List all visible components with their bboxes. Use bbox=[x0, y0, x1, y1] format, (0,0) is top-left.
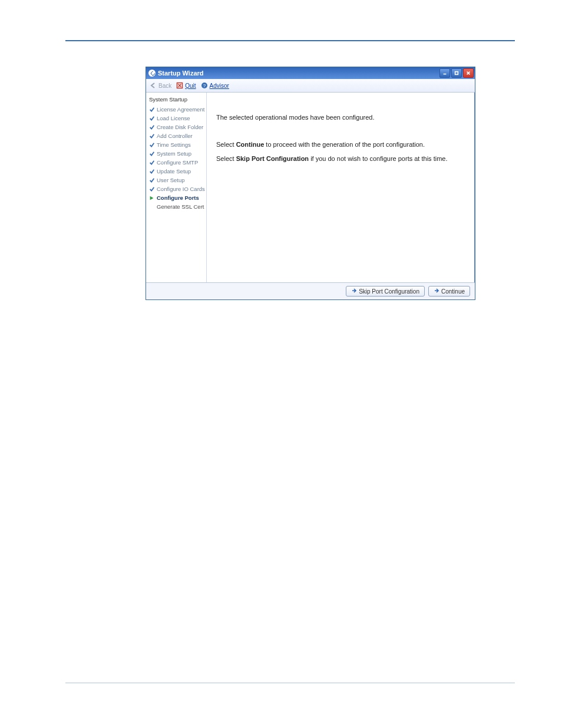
svg-rect-1 bbox=[455, 72, 458, 75]
wizard-step-label: Configure IO Cards bbox=[157, 186, 205, 193]
content-line-2-post: to proceed with the generation of the po… bbox=[264, 141, 425, 148]
quit-icon bbox=[176, 82, 183, 89]
wizard-step-label: User Setup bbox=[157, 177, 185, 184]
back-label: Back bbox=[158, 83, 171, 89]
wizard-step-label: Update Setup bbox=[157, 168, 191, 175]
check-icon bbox=[149, 177, 155, 183]
content-line-2: Select Continue to proceed with the gene… bbox=[216, 141, 465, 148]
check-icon bbox=[149, 107, 155, 113]
check-icon bbox=[149, 160, 155, 166]
wizard-step-6: Configure SMTP bbox=[148, 158, 204, 167]
back-button: Back bbox=[150, 82, 171, 89]
content-line-2-pre: Select bbox=[216, 141, 236, 148]
skip-port-configuration-button[interactable]: Skip Port Configuration bbox=[346, 286, 425, 297]
back-arrow-icon bbox=[150, 82, 157, 89]
wizard-content: The selected operational modes have been… bbox=[207, 93, 475, 282]
wizard-step-0: License Agreement bbox=[148, 105, 204, 114]
wizard-step-9: Configure IO Cards bbox=[148, 185, 204, 193]
titlebar: Startup Wizard bbox=[146, 67, 475, 79]
advisor-button[interactable]: ? Advisor bbox=[201, 82, 229, 89]
content-line-3: Select Skip Port Configuration if you do… bbox=[216, 155, 465, 162]
wizard-step-11: Generate SSL Cert bbox=[148, 202, 204, 211]
check-icon bbox=[149, 142, 155, 148]
continue-button[interactable]: Continue bbox=[428, 286, 470, 297]
check-icon bbox=[149, 169, 155, 174]
pending-step-icon bbox=[149, 204, 155, 210]
window-title: Startup Wizard bbox=[158, 70, 204, 77]
wizard-step-label: Configure Ports bbox=[157, 195, 199, 202]
wizard-step-4: Time Settings bbox=[148, 140, 204, 149]
check-icon bbox=[149, 124, 155, 130]
wizard-step-label: Add Controller bbox=[157, 133, 193, 140]
top-rule bbox=[65, 40, 515, 41]
wizard-sidebar: System Startup License AgreementLoad Lic… bbox=[146, 93, 207, 282]
check-icon bbox=[149, 133, 155, 139]
wizard-step-label: Generate SSL Cert bbox=[157, 203, 204, 210]
wizard-step-5: System Setup bbox=[148, 149, 204, 158]
check-icon bbox=[149, 186, 155, 192]
wizard-body: System Startup License AgreementLoad Lic… bbox=[146, 93, 475, 282]
content-line-1: The selected operational modes have been… bbox=[216, 114, 465, 121]
toolbar: Back Quit ? Advisor bbox=[146, 79, 475, 93]
advisor-icon: ? bbox=[201, 82, 208, 89]
content-line-2-bold: Continue bbox=[236, 141, 265, 148]
wizard-step-3: Add Controller bbox=[148, 131, 204, 140]
bottom-rule bbox=[65, 683, 515, 683]
wizard-step-label: License Agreement bbox=[157, 106, 204, 113]
window-controls bbox=[439, 68, 474, 78]
arrow-right-icon bbox=[434, 288, 439, 295]
wizard-step-1: Load License bbox=[148, 114, 204, 123]
content-line-3-pre: Select bbox=[216, 155, 236, 162]
skip-label: Skip Port Configuration bbox=[359, 288, 419, 295]
wizard-step-7: Update Setup bbox=[148, 167, 204, 176]
wizard-step-label: Time Settings bbox=[157, 141, 191, 149]
check-icon bbox=[149, 116, 155, 121]
wizard-step-label: Configure SMTP bbox=[157, 159, 198, 166]
wizard-steps-list: License AgreementLoad LicenseCreate Disk… bbox=[148, 105, 204, 211]
startup-wizard-window: Startup Wizard Back bbox=[146, 67, 475, 300]
close-button[interactable] bbox=[463, 68, 474, 78]
app-icon bbox=[148, 70, 156, 77]
minimize-button[interactable] bbox=[439, 68, 450, 78]
check-icon bbox=[149, 151, 155, 157]
quit-button[interactable]: Quit bbox=[176, 82, 196, 89]
wizard-step-label: System Setup bbox=[157, 150, 191, 157]
wizard-step-8: User Setup bbox=[148, 176, 204, 185]
svg-text:?: ? bbox=[203, 83, 206, 88]
wizard-step-10: Configure Ports bbox=[148, 193, 204, 202]
wizard-step-label: Load License bbox=[157, 115, 190, 122]
continue-label: Continue bbox=[441, 288, 465, 295]
advisor-label: Advisor bbox=[210, 83, 229, 89]
sidebar-title: System Startup bbox=[148, 95, 204, 105]
current-step-icon bbox=[149, 195, 155, 201]
content-line-3-post: if you do not wish to configure ports at… bbox=[309, 155, 447, 162]
arrow-right-icon bbox=[351, 288, 357, 295]
document-page: Startup Wizard Back bbox=[0, 0, 562, 728]
quit-label: Quit bbox=[185, 83, 196, 89]
maximize-button[interactable] bbox=[451, 68, 462, 78]
content-line-3-bold: Skip Port Configuration bbox=[236, 155, 309, 162]
wizard-footer: Skip Port Configuration Continue bbox=[146, 282, 475, 299]
wizard-step-2: Create Disk Folder bbox=[148, 123, 204, 131]
wizard-step-label: Create Disk Folder bbox=[157, 124, 203, 131]
